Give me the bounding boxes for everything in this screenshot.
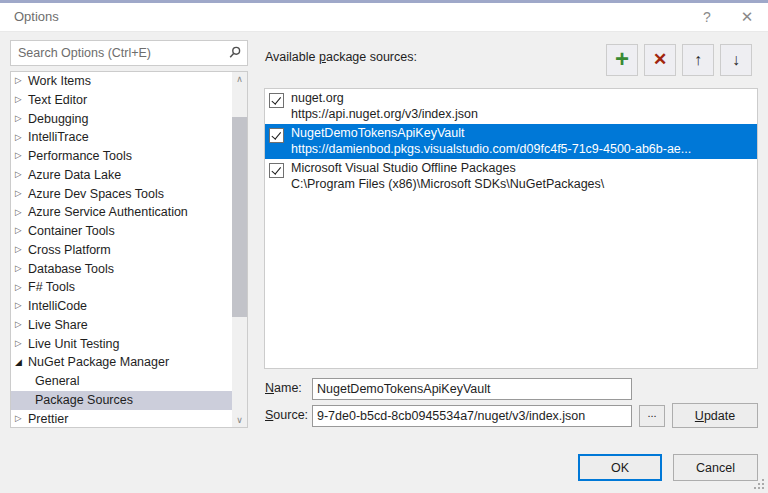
package-source-text: Microsoft Visual Studio Offline Packages… [291, 160, 755, 192]
name-label: Name: [265, 381, 302, 395]
title-bar[interactable]: Options ? ✕ [0, 3, 768, 32]
delete-x-icon: ✕ [653, 46, 667, 74]
tree-item-database-tools[interactable]: ▷Database Tools [11, 260, 233, 279]
tree-item-text-editor[interactable]: ▷Text Editor [11, 91, 233, 110]
expand-icon[interactable]: ▷ [13, 259, 28, 278]
arrow-up-icon: ↑ [694, 46, 702, 74]
add-source-button[interactable]: + [606, 44, 638, 76]
plus-icon: + [615, 45, 629, 73]
tree-item-cross-platform[interactable]: ▷Cross Platform [11, 241, 233, 260]
tree-item-label: Debugging [28, 112, 88, 126]
expand-icon[interactable]: ▷ [13, 221, 28, 240]
expand-icon[interactable]: ▷ [13, 240, 28, 259]
tree-item-label: Live Unit Testing [28, 337, 120, 351]
expand-icon[interactable]: ▷ [13, 203, 28, 222]
tree-item-container-tools[interactable]: ▷Container Tools [11, 222, 233, 241]
tree-item-prettier[interactable]: ▷Prettier [11, 410, 233, 429]
package-source-text: nuget.orghttps://api.nuget.org/v3/index.… [291, 90, 755, 122]
resize-grip[interactable] [754, 479, 765, 490]
tree-item-azure-service-authentication[interactable]: ▷Azure Service Authentication [11, 203, 233, 222]
expand-icon[interactable]: ▷ [13, 184, 28, 203]
arrow-down-icon: ↓ [732, 46, 740, 74]
tree-item-label: Azure Dev Spaces Tools [28, 187, 164, 201]
expand-icon[interactable]: ▷ [13, 109, 28, 128]
expand-icon[interactable]: ▷ [13, 146, 28, 165]
options-dialog: Options ? ✕ ▷Work Items▷Text Editor▷Debu… [0, 0, 768, 493]
expand-icon[interactable]: ▷ [13, 71, 28, 90]
tree-item-label: Cross Platform [28, 243, 111, 257]
search-box [10, 40, 248, 66]
tree-item-label: F# Tools [28, 280, 75, 294]
window-title: Options [14, 9, 59, 24]
expand-icon[interactable]: ▷ [13, 296, 28, 315]
scroll-down-icon[interactable]: ∨ [232, 413, 247, 427]
move-up-button[interactable]: ↑ [682, 44, 714, 76]
tree-item-general[interactable]: General [11, 372, 248, 391]
package-source-text: NugetDemoTokensApiKeyVaulthttps://damien… [291, 125, 755, 157]
help-icon[interactable]: ? [698, 8, 716, 26]
options-tree: ▷Work Items▷Text Editor▷Debugging▷Intell… [10, 71, 248, 428]
package-source-name: NugetDemoTokensApiKeyVault [291, 125, 755, 141]
tree-item-performance-tools[interactable]: ▷Performance Tools [11, 147, 233, 166]
tree-item-label: General [35, 374, 79, 388]
tree-item-intellicode[interactable]: ▷IntelliCode [11, 297, 233, 316]
move-down-button[interactable]: ↓ [720, 44, 752, 76]
expand-icon[interactable]: ▷ [13, 278, 28, 297]
close-icon[interactable]: ✕ [738, 8, 756, 26]
remove-source-button[interactable]: ✕ [644, 44, 676, 76]
ok-button[interactable]: OK [578, 454, 662, 481]
tree-scrollbar[interactable]: ∧ ∨ [232, 72, 247, 427]
expand-icon[interactable]: ▷ [13, 90, 28, 109]
tree-item-work-items[interactable]: ▷Work Items [11, 72, 233, 91]
cancel-button[interactable]: Cancel [673, 454, 758, 481]
scroll-up-icon[interactable]: ∧ [232, 72, 247, 86]
tree-item-azure-data-lake[interactable]: ▷Azure Data Lake [11, 166, 233, 185]
package-source-name: nuget.org [291, 90, 755, 106]
tree-item-label: Performance Tools [28, 149, 132, 163]
tree-item-package-sources[interactable]: Package Sources [11, 391, 248, 410]
update-button[interactable]: Update [672, 403, 758, 428]
tree-item-debugging[interactable]: ▷Debugging [11, 110, 233, 129]
expand-icon[interactable]: ▷ [13, 128, 28, 147]
tree-item-label: Package Sources [35, 393, 133, 407]
expand-icon[interactable]: ▷ [13, 315, 28, 334]
tree-item-label: NuGet Package Manager [28, 355, 169, 369]
search-icon [228, 46, 241, 59]
tree-item-label: Prettier [28, 412, 68, 426]
checkbox-checked-icon[interactable] [269, 163, 284, 178]
package-source-name: Microsoft Visual Studio Offline Packages [291, 160, 755, 176]
tree-item-label: Azure Data Lake [28, 168, 121, 182]
tree-item-live-unit-testing[interactable]: ▷Live Unit Testing [11, 335, 233, 354]
available-sources-label: Available package sources: [265, 50, 417, 64]
tree-item-azure-dev-spaces-tools[interactable]: ▷Azure Dev Spaces Tools [11, 185, 233, 204]
browse-button[interactable]: ... [639, 405, 665, 427]
package-source-row-nugetdemotokensapikeyvault[interactable]: NugetDemoTokensApiKeyVaulthttps://damien… [265, 124, 757, 159]
tree-item-nuget-package-manager[interactable]: ◢NuGet Package Manager [11, 353, 233, 372]
checkbox-checked-icon[interactable] [269, 128, 284, 143]
package-source-list: nuget.orghttps://api.nuget.org/v3/index.… [264, 88, 758, 369]
collapse-icon[interactable]: ◢ [13, 353, 28, 372]
package-source-url: https://damienbod.pkgs.visualstudio.com/… [291, 141, 755, 157]
package-source-row-microsoft-visual-studio-offline-packages[interactable]: Microsoft Visual Studio Offline Packages… [265, 159, 757, 194]
name-input[interactable] [312, 378, 632, 400]
package-source-row-nuget-org[interactable]: nuget.orghttps://api.nuget.org/v3/index.… [265, 89, 757, 124]
tree-item-intellitrace[interactable]: ▷IntelliTrace [11, 128, 233, 147]
expand-icon[interactable]: ▷ [13, 334, 28, 353]
tree-item-live-share[interactable]: ▷Live Share [11, 316, 233, 335]
scrollbar-thumb[interactable] [232, 117, 247, 317]
tree-item-label: Work Items [28, 74, 91, 88]
tree-item-label: IntelliTrace [28, 130, 89, 144]
tree-item-label: Container Tools [28, 224, 115, 238]
tree-item-f-tools[interactable]: ▷F# Tools [11, 278, 233, 297]
expand-icon[interactable]: ▷ [13, 409, 28, 428]
package-source-url: C:\Program Files (x86)\Microsoft SDKs\Nu… [291, 176, 755, 192]
source-input[interactable] [312, 405, 632, 427]
source-label: Source: [265, 408, 308, 422]
expand-icon[interactable]: ▷ [13, 165, 28, 184]
search-input[interactable] [10, 40, 248, 66]
tree-item-label: Database Tools [28, 262, 114, 276]
tree-item-label: Live Share [28, 318, 88, 332]
tree-item-label: IntelliCode [28, 299, 87, 313]
checkbox-checked-icon[interactable] [269, 93, 284, 108]
tree-item-label: Text Editor [28, 93, 87, 107]
